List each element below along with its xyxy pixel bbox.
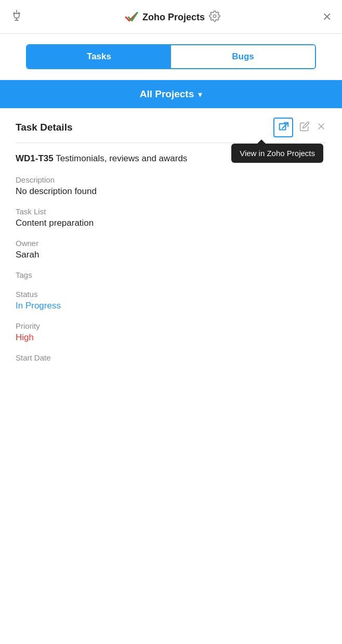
description-label: Description: [16, 175, 326, 184]
view-tooltip: View in Zoho Projects: [231, 144, 323, 163]
description-section: Description No description found: [16, 175, 326, 197]
status-label: Status: [16, 290, 326, 299]
tags-label: Tags: [16, 271, 326, 279]
priority-label: Priority: [16, 321, 326, 330]
header-left: [10, 9, 23, 25]
task-id: WD1-T35: [16, 153, 54, 163]
header-title: Zoho Projects: [142, 12, 205, 23]
owner-section: Owner Sarah: [16, 239, 326, 260]
task-list-section: Task List Content preparation: [16, 207, 326, 228]
task-action-icons: View in Zoho Projects: [273, 118, 326, 137]
start-date-section: Start Date: [16, 353, 326, 362]
external-link-icon: [278, 122, 289, 133]
tabs-container: Tasks Bugs: [26, 44, 316, 69]
plug-icon[interactable]: [10, 9, 23, 25]
header-center: Zoho Projects: [23, 10, 322, 24]
task-details-header: Task Details View in Zoho Projects: [16, 118, 326, 137]
tags-section: Tags: [16, 271, 326, 279]
tabs-section: Tasks Bugs: [0, 34, 342, 80]
gear-icon[interactable]: [209, 10, 220, 24]
task-name: Testimonials, reviews and awards: [56, 153, 187, 163]
status-value: In Progress: [16, 301, 326, 311]
project-bar-label: All Projects: [140, 88, 194, 100]
tab-tasks[interactable]: Tasks: [27, 45, 171, 68]
tab-bugs[interactable]: Bugs: [171, 45, 315, 68]
svg-point-2: [213, 15, 216, 18]
task-list-label: Task List: [16, 207, 326, 216]
zoho-logo: [125, 11, 138, 23]
task-list-value: Content preparation: [16, 218, 326, 228]
app-container: Zoho Projects ✕ Tasks Bugs All Projects …: [0, 0, 342, 644]
view-in-zoho-button[interactable]: View in Zoho Projects: [273, 118, 293, 137]
owner-label: Owner: [16, 239, 326, 248]
project-bar[interactable]: All Projects ▾: [0, 80, 342, 108]
edit-icon[interactable]: [299, 121, 310, 134]
close-icon[interactable]: ✕: [322, 10, 332, 24]
divider: [16, 143, 326, 143]
dropdown-arrow-icon: ▾: [198, 89, 202, 99]
task-details-title: Task Details: [16, 122, 72, 133]
status-section: Status In Progress: [16, 290, 326, 311]
header: Zoho Projects ✕: [0, 0, 342, 34]
priority-value: High: [16, 332, 326, 343]
task-details-section: Task Details View in Zoho Projects: [0, 108, 342, 644]
start-date-label: Start Date: [16, 353, 326, 362]
priority-section: Priority High: [16, 321, 326, 343]
close-details-icon[interactable]: [316, 121, 326, 134]
owner-value: Sarah: [16, 250, 326, 260]
description-value: No description found: [16, 186, 326, 197]
